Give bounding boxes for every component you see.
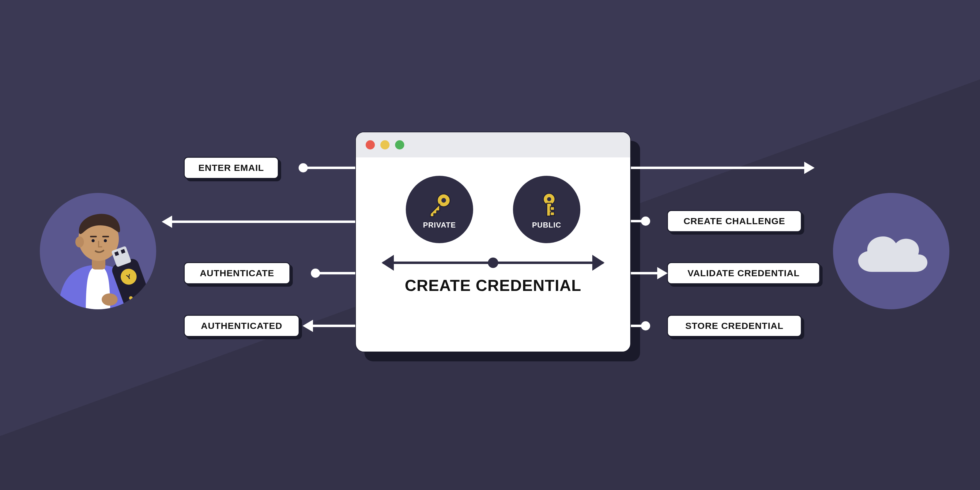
cloud-server (833, 193, 950, 309)
flow-line (631, 272, 659, 274)
flow-line (303, 167, 355, 169)
arrowhead-left-icon (162, 216, 172, 228)
public-key-label: PUBLIC (532, 221, 561, 229)
step-authenticate: AUTHENTICATE (184, 262, 290, 284)
svg-point-16 (441, 198, 446, 202)
private-key-label: PRIVATE (423, 221, 456, 229)
flow-line (631, 220, 646, 222)
user-avatar: Y (40, 193, 156, 309)
svg-rect-5 (90, 236, 97, 237)
browser-window: PRIVATE PUBLIC (355, 132, 631, 352)
cloud-icon (850, 224, 932, 278)
arrowhead-left-icon (302, 320, 313, 332)
step-authenticated: AUTHENTICATED (184, 315, 299, 337)
create-credential-label: CREATE CREDENTIAL (356, 276, 630, 294)
svg-point-14 (102, 293, 118, 305)
create-credential-arrow (356, 261, 630, 264)
svg-point-18 (547, 197, 551, 201)
step-store-credential: STORE CREDENTIAL (667, 315, 802, 337)
window-maximize-icon (395, 140, 404, 150)
step-create-challenge: CREATE CHALLENGE (667, 210, 802, 232)
flow-line (315, 272, 355, 274)
key-icon (532, 190, 562, 219)
svg-point-4 (104, 239, 107, 242)
user-with-key-icon: Y (40, 193, 156, 309)
svg-rect-20 (550, 207, 554, 210)
arrowhead-right-icon (804, 162, 815, 174)
svg-point-2 (75, 236, 84, 247)
flow-line (312, 325, 355, 327)
private-key: PRIVATE (406, 176, 473, 243)
svg-point-3 (92, 239, 95, 242)
step-validate-credential: VALIDATE CREDENTIAL (667, 262, 820, 284)
svg-rect-6 (102, 236, 109, 237)
step-enter-email: ENTER EMAIL (184, 157, 279, 179)
browser-titlebar (356, 132, 630, 158)
window-close-icon (366, 140, 375, 150)
arrowhead-right-icon (657, 267, 668, 279)
flow-line (172, 221, 355, 223)
flow-line (631, 325, 646, 327)
public-key: PUBLIC (513, 176, 580, 243)
key-icon (425, 190, 454, 219)
flow-line (631, 167, 805, 169)
window-minimize-icon (380, 140, 390, 150)
svg-rect-21 (550, 212, 554, 215)
